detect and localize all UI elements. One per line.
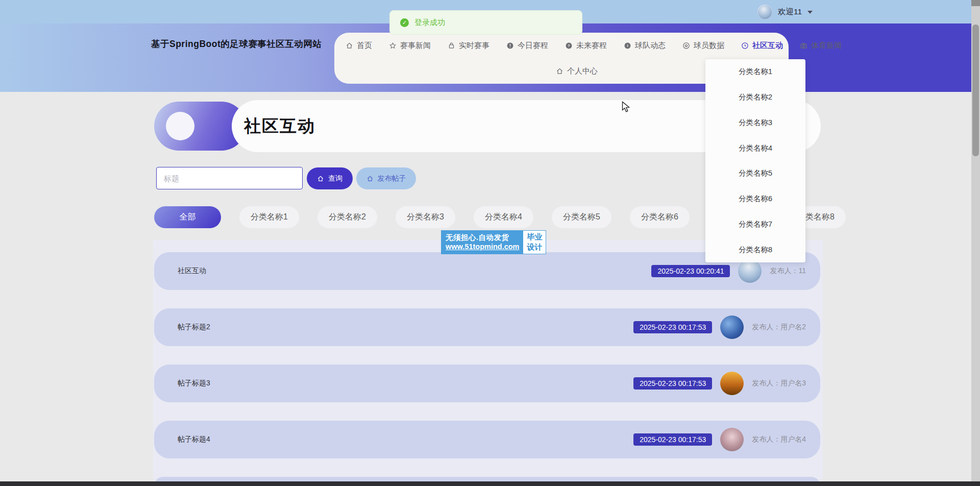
filter-pill-2[interactable]: 分类名称2	[317, 206, 377, 228]
nav-item-label: 球队动态	[635, 41, 666, 51]
post-button-label: 发布帖子	[378, 174, 406, 183]
nav-row-1: 首页赛事新闻实时赛事今日赛程?未来赛程i球队动态球员数据社区互动体育新闻	[346, 33, 777, 58]
post-publisher: 发布人：11	[770, 266, 806, 276]
nav-item-label: 球员数据	[694, 41, 724, 51]
watermark-url[interactable]: www.51topmind.com	[446, 242, 519, 251]
welcome-label: 欢迎11	[778, 7, 802, 17]
site-title: 基于SpringBoot的足球赛事社区互动网站	[151, 38, 322, 50]
post-publisher: 发布人：用户名4	[752, 435, 806, 444]
scrollbar[interactable]	[971, 0, 980, 486]
post-card-2[interactable]: 帖子标题32025-02-23 00:17:53发布人：用户名3	[154, 364, 820, 402]
success-toast: ✓ 登录成功	[389, 10, 582, 35]
watermark-line1: 无须担心.自动发货	[446, 233, 519, 242]
post-publisher: 发布人：用户名2	[752, 323, 806, 332]
house-icon	[317, 175, 324, 182]
post-avatar	[738, 259, 762, 283]
dropdown-item-5[interactable]: 分类名称6	[705, 186, 805, 212]
nav-item-0[interactable]: 首页	[346, 41, 372, 51]
dropdown-item-3[interactable]: 分类名称4	[705, 135, 805, 161]
post-time-badge: 2025-02-23 00:20:41	[651, 265, 730, 277]
scrollbar-up-button[interactable]	[971, 0, 980, 6]
success-check-icon: ✓	[400, 18, 409, 27]
nav-item-2[interactable]: 实时赛事	[448, 41, 489, 51]
post-list: 社区互动2025-02-23 00:20:41发布人：11帖子标题22025-0…	[154, 252, 820, 477]
target-circle-icon	[682, 42, 690, 50]
info-circle-icon: i	[624, 42, 631, 50]
nav-item-label: 赛事新闻	[400, 41, 431, 51]
nav-item-label: 今日赛程	[518, 41, 548, 51]
filter-pill-4[interactable]: 分类名称4	[474, 206, 533, 228]
house-icon	[556, 67, 564, 75]
nav-item-label: 体育新闻	[811, 41, 842, 51]
query-button[interactable]: 查询	[307, 167, 353, 189]
post-avatar	[720, 428, 744, 451]
toast-message: 登录成功	[414, 18, 445, 28]
post-avatar	[720, 315, 744, 339]
house-icon	[366, 175, 374, 182]
watermark-badge: 毕业 设计	[523, 231, 546, 254]
taskbar-edge	[0, 481, 980, 486]
camera-icon	[800, 42, 807, 50]
nav-item-1[interactable]: 赛事新闻	[389, 41, 431, 51]
scrollbar-thumb[interactable]	[972, 25, 979, 156]
post-time-badge: 2025-02-23 00:17:53	[633, 321, 712, 333]
nav-item-8[interactable]: 体育新闻	[800, 41, 842, 51]
dropdown-item-1[interactable]: 分类名称2	[705, 85, 805, 110]
chevron-down-icon	[807, 11, 813, 14]
clock-circle-icon	[741, 42, 749, 50]
nav-item-7[interactable]: 社区互动	[741, 41, 783, 51]
dropdown-item-7[interactable]: 分类名称8	[705, 237, 805, 262]
nav-item-5[interactable]: i球队动态	[624, 41, 666, 51]
dropdown-item-2[interactable]: 分类名称3	[705, 110, 805, 136]
filter-pill-6[interactable]: 分类名称6	[630, 206, 690, 228]
nav-item-label: 首页	[357, 41, 372, 51]
nav-item-label: 未来赛程	[576, 41, 607, 51]
lock-icon	[448, 42, 455, 50]
search-input[interactable]	[156, 167, 303, 189]
svg-text:?: ?	[568, 43, 570, 48]
post-title: 帖子标题3	[178, 379, 210, 388]
query-button-label: 查询	[328, 174, 342, 183]
nav-item-3[interactable]: 今日赛程	[506, 41, 548, 51]
exclamation-circle-icon	[506, 42, 514, 50]
watermark-badge-line1: 毕业	[527, 232, 542, 242]
nav-item-label: 实时赛事	[459, 41, 489, 51]
post-time-badge: 2025-02-23 00:17:53	[633, 433, 712, 446]
post-publisher: 发布人：用户名3	[752, 379, 806, 388]
filter-pill-5[interactable]: 分类名称5	[552, 206, 611, 228]
dropdown-item-0[interactable]: 分类名称1	[705, 59, 805, 85]
category-dropdown: 分类名称1分类名称2分类名称3分类名称4分类名称5分类名称6分类名称7分类名称8	[705, 59, 805, 262]
user-avatar	[757, 5, 772, 19]
svg-text:i: i	[627, 43, 628, 48]
nav-item-label: 个人中心	[567, 66, 598, 76]
watermark-ad: 无须担心.自动发货 www.51topmind.com 毕业 设计	[442, 231, 546, 254]
nav-item-label: 社区互动	[752, 41, 783, 51]
nav-item-6[interactable]: 球员数据	[682, 41, 724, 51]
post-title: 帖子标题2	[178, 323, 210, 332]
filter-pill-1[interactable]: 分类名称1	[239, 206, 299, 228]
post-button[interactable]: 发布帖子	[356, 167, 416, 189]
watermark-text: 无须担心.自动发货 www.51topmind.com	[442, 231, 523, 254]
user-menu[interactable]: 欢迎11	[757, 4, 813, 19]
banner-logo-circle	[166, 112, 194, 140]
post-time-badge: 2025-02-23 00:17:53	[633, 377, 712, 390]
house-icon	[346, 42, 353, 50]
dropdown-item-4[interactable]: 分类名称5	[705, 161, 805, 186]
question-circle-icon: ?	[565, 42, 573, 50]
page-title: 社区互动	[244, 115, 315, 138]
nav-item-4[interactable]: ?未来赛程	[565, 41, 607, 51]
post-title: 社区互动	[178, 266, 206, 276]
star-icon	[389, 42, 397, 50]
post-avatar	[720, 372, 744, 395]
nav-item-row2-0[interactable]: 个人中心	[556, 66, 598, 76]
watermark-badge-line2: 设计	[527, 242, 542, 252]
mouse-cursor	[622, 101, 632, 113]
filter-pill-0[interactable]: 全部	[154, 206, 221, 228]
dropdown-item-6[interactable]: 分类名称7	[705, 212, 805, 237]
post-title: 帖子标题4	[178, 435, 210, 444]
filter-pill-3[interactable]: 分类名称3	[396, 206, 455, 228]
post-card-1[interactable]: 帖子标题22025-02-23 00:17:53发布人：用户名2	[154, 308, 820, 346]
post-card-3[interactable]: 帖子标题42025-02-23 00:17:53发布人：用户名4	[154, 421, 820, 458]
